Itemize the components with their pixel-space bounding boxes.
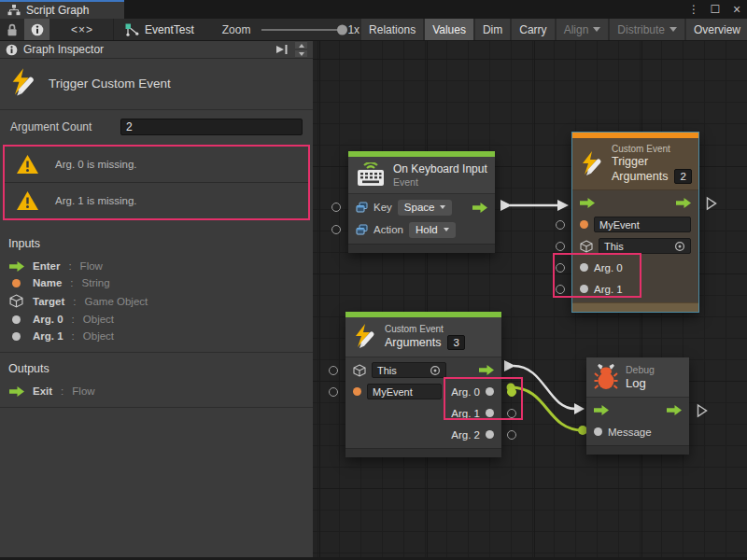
action-input-port[interactable] bbox=[331, 225, 341, 234]
flow-output-port[interactable] bbox=[667, 405, 682, 415]
spinner-down-button[interactable] bbox=[295, 50, 307, 57]
flow-input-port[interactable] bbox=[594, 405, 609, 415]
node-debug-log[interactable]: Debug Log Message bbox=[586, 357, 689, 455]
node-on-keyboard-input[interactable]: On Keyboard Input Event Key Space Action bbox=[348, 151, 495, 253]
zoom-value: 1x bbox=[347, 23, 359, 36]
flow-port-icon bbox=[8, 386, 24, 397]
target-field[interactable]: This bbox=[372, 362, 446, 378]
object-port-icon bbox=[486, 430, 494, 439]
dock-panel-icon[interactable] bbox=[275, 44, 289, 55]
custom-event-icon bbox=[9, 67, 37, 99]
highlight-rect-trigger-args bbox=[553, 253, 641, 298]
argument-count-input[interactable] bbox=[120, 119, 303, 135]
node-header: Custom Event Arguments 3 bbox=[345, 317, 501, 357]
target-input-port[interactable] bbox=[329, 366, 338, 375]
warning-row: Arg. 0 is missing. bbox=[5, 147, 308, 182]
output-row: Exit : Flow bbox=[0, 383, 313, 399]
target-picker-icon[interactable] bbox=[674, 241, 685, 252]
toolbar-button-values[interactable]: Values bbox=[425, 19, 473, 40]
toolbar-button-distribute[interactable]: Distribute bbox=[610, 19, 684, 40]
input-row: Target : Game Object bbox=[0, 291, 313, 311]
argument-count-badge[interactable]: 3 bbox=[447, 335, 464, 350]
arg2-row: Arg. 2 bbox=[345, 424, 501, 445]
zoom-slider-track[interactable] bbox=[261, 29, 344, 31]
inputs-heading: Inputs bbox=[0, 237, 313, 258]
graph-inspector-panel: Graph Inspector Trigger Custom Event Arg… bbox=[0, 41, 313, 557]
window-close-icon[interactable]: × bbox=[730, 2, 743, 17]
cube-icon bbox=[8, 294, 24, 308]
string-port-icon bbox=[353, 387, 361, 396]
string-port-icon bbox=[8, 279, 24, 287]
graph-breadcrumb[interactable]: EventTest bbox=[113, 19, 194, 40]
key-row: Key Space bbox=[348, 196, 495, 218]
bug-icon bbox=[594, 363, 618, 391]
event-name-field[interactable]: MyEvent bbox=[367, 384, 442, 399]
toolbar-button-align[interactable]: Align bbox=[557, 19, 609, 40]
selected-node-header: Trigger Custom Event bbox=[0, 59, 313, 110]
relation-triangle-icon bbox=[697, 403, 708, 417]
node-kind: Custom Event bbox=[612, 144, 692, 154]
window-menu-icon[interactable]: ⋮ bbox=[687, 3, 700, 16]
zoom-label: Zoom bbox=[222, 23, 251, 36]
flow-row bbox=[572, 192, 698, 214]
inputs-section: Inputs Enter : Flow Name : String Target… bbox=[0, 228, 313, 353]
tab-title: Script Graph bbox=[26, 4, 89, 17]
warning-row: Arg. 1 is missing. bbox=[5, 182, 308, 218]
node-subtitle: Event bbox=[393, 176, 487, 188]
toolbar-button-overview[interactable]: Overview bbox=[686, 19, 747, 40]
target-input-port[interactable] bbox=[556, 242, 565, 251]
info-icon bbox=[6, 44, 18, 56]
action-label: Action bbox=[374, 224, 403, 235]
window-maximize-icon[interactable]: ☐ bbox=[709, 3, 722, 16]
argument-count-badge[interactable]: 2 bbox=[674, 169, 691, 184]
node-body: Message bbox=[586, 398, 689, 445]
key-dropdown[interactable]: Space bbox=[398, 200, 453, 216]
toolbar-button-carry[interactable]: Carry bbox=[512, 19, 554, 40]
inspector-toggle-button[interactable] bbox=[24, 19, 49, 40]
chevron-down-icon bbox=[444, 228, 449, 231]
node-header: Debug Log bbox=[586, 357, 689, 398]
node-title: Log bbox=[626, 376, 655, 390]
node-title: Trigger bbox=[612, 155, 692, 168]
toolbar-toggle-group: Relations Values Dim Carry Align Distrib… bbox=[359, 19, 747, 40]
code-preview-button[interactable]: <×> bbox=[64, 19, 100, 40]
object-port-icon bbox=[8, 315, 24, 324]
inspector-title: Graph Inspector bbox=[23, 43, 104, 56]
name-input-port[interactable] bbox=[556, 220, 565, 230]
event-name-field[interactable]: MyEvent bbox=[594, 217, 691, 232]
toolbar-button-dim[interactable]: Dim bbox=[475, 19, 510, 40]
key-label: Key bbox=[374, 202, 392, 213]
flow-row bbox=[586, 399, 689, 421]
target-picker-icon[interactable] bbox=[430, 365, 441, 376]
target-field[interactable]: This bbox=[599, 238, 691, 254]
node-footer bbox=[586, 445, 689, 455]
action-dropdown[interactable]: Hold bbox=[409, 222, 456, 238]
name-input-port[interactable] bbox=[329, 387, 338, 397]
input-row: Enter : Flow bbox=[0, 258, 313, 274]
outputs-section: Outputs Exit : Flow bbox=[0, 353, 313, 408]
custom-event-icon bbox=[353, 323, 377, 351]
tab-script-graph[interactable]: Script Graph bbox=[0, 0, 124, 19]
cube-icon bbox=[580, 240, 593, 253]
key-input-port[interactable] bbox=[331, 203, 341, 212]
flow-output-port[interactable] bbox=[479, 365, 494, 375]
outputs-heading: Outputs bbox=[0, 362, 313, 383]
flow-output-port[interactable] bbox=[472, 203, 487, 213]
triangle-up-icon bbox=[299, 44, 304, 48]
arg2-output-port[interactable] bbox=[507, 430, 516, 440]
node-header: On Keyboard Input Event bbox=[348, 157, 495, 194]
cube-icon bbox=[353, 364, 366, 377]
selected-node-title: Trigger Custom Event bbox=[49, 77, 171, 91]
chevron-down-icon bbox=[669, 27, 677, 32]
event-name-row: MyEvent bbox=[572, 214, 698, 235]
toolbar-button-relations[interactable]: Relations bbox=[361, 19, 423, 40]
node-body: Key Space Action Hold bbox=[348, 194, 495, 244]
flow-input-port[interactable] bbox=[580, 198, 595, 208]
panel-spinner bbox=[295, 42, 307, 57]
flow-output-port[interactable] bbox=[676, 198, 691, 208]
code-icon: <×> bbox=[71, 23, 93, 36]
spinner-up-button[interactable] bbox=[295, 42, 307, 49]
zoom-slider-handle[interactable] bbox=[337, 24, 347, 35]
lock-button[interactable] bbox=[0, 19, 24, 40]
node-footer bbox=[572, 302, 698, 312]
